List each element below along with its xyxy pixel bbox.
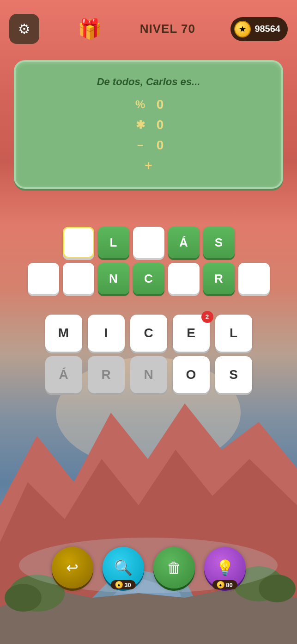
hint-cost-coin: ● xyxy=(217,581,224,588)
letter-btn-M[interactable]: M xyxy=(45,315,82,352)
letter-btn-S[interactable]: S xyxy=(215,356,252,393)
letter-btn-C[interactable]: C xyxy=(130,315,167,352)
badge-E: 2 xyxy=(201,311,213,323)
stat-row-star: ✱ 0 xyxy=(133,118,164,132)
letter-btn-row-1: M I C E 2 L xyxy=(45,315,252,352)
hint-cost: ● 80 xyxy=(212,580,237,589)
letter-btn-L[interactable]: L xyxy=(215,315,252,352)
tile-r2-5[interactable]: R xyxy=(203,263,235,294)
letter-btn-O[interactable]: O xyxy=(173,356,210,393)
search-button[interactable]: 🔍 ● 30 xyxy=(103,547,144,588)
stat-symbol-plus: + xyxy=(145,158,152,173)
coins-value: 98564 xyxy=(255,24,280,34)
letter-btn-R[interactable]: R xyxy=(88,356,125,393)
search-cost-value: 30 xyxy=(124,582,131,588)
hint-cost-value: 80 xyxy=(226,582,232,588)
stat-symbol-percent: % xyxy=(133,98,147,111)
word-grid-section: L Á S N C R xyxy=(0,227,297,294)
tile-r1-2[interactable] xyxy=(133,227,164,258)
search-icon: 🔍 xyxy=(114,559,133,576)
stat-symbol-star: ✱ xyxy=(133,118,147,131)
stat-value-percent: 0 xyxy=(157,97,164,112)
action-buttons: ↩ 🔍 ● 30 🗑 💡 ● 80 xyxy=(0,547,297,588)
letter-btn-I[interactable]: I xyxy=(88,315,125,352)
word-row-1: L Á S xyxy=(63,227,235,258)
header: ⚙ 🎁 NIVEL 70 ★ 98564 xyxy=(0,14,297,44)
tile-r2-6[interactable] xyxy=(238,263,270,294)
delete-button[interactable]: 🗑 xyxy=(153,547,195,588)
settings-icon: ⚙ xyxy=(18,21,30,37)
search-cost: ● 30 xyxy=(110,580,135,589)
tile-r2-1[interactable] xyxy=(63,263,94,294)
tile-r1-3[interactable]: Á xyxy=(168,227,200,258)
stat-row-minus: − 0 xyxy=(133,138,164,153)
stat-value-star: 0 xyxy=(157,118,164,132)
stat-row-percent: % 0 xyxy=(133,97,164,112)
tile-r2-3[interactable]: C xyxy=(133,263,164,294)
tile-r1-0[interactable] xyxy=(63,227,94,258)
hint-button[interactable]: 💡 ● 80 xyxy=(204,547,246,588)
settings-button[interactable]: ⚙ xyxy=(9,14,39,44)
stat-row-plus: + xyxy=(145,158,152,173)
tile-r2-2[interactable]: N xyxy=(98,263,129,294)
search-cost-coin: ● xyxy=(115,581,122,588)
letter-buttons-section: M I C E 2 L Á R N O S xyxy=(0,315,297,393)
gift-button[interactable]: 🎁 xyxy=(74,14,104,44)
coin-icon: ★ xyxy=(234,21,251,37)
gift-icon: 🎁 xyxy=(78,18,102,40)
coins-display: ★ 98564 xyxy=(230,17,288,41)
letter-btn-row-2: Á R N O S xyxy=(45,356,252,393)
clue-card: De todos, Carlos es... % 0 ✱ 0 − 0 + xyxy=(14,60,283,189)
tile-r1-1[interactable]: L xyxy=(98,227,129,258)
delete-icon: 🗑 xyxy=(167,559,182,576)
hint-icon: 💡 xyxy=(216,559,234,576)
stat-value-minus: 0 xyxy=(157,138,164,153)
tile-r2-4[interactable] xyxy=(168,263,200,294)
tile-r2-0[interactable] xyxy=(28,263,59,294)
word-row-2: N C R xyxy=(28,263,270,294)
clue-text: De todos, Carlos es... xyxy=(34,76,263,88)
tile-r1-4[interactable]: S xyxy=(203,227,235,258)
undo-button[interactable]: ↩ xyxy=(52,547,93,588)
undo-icon: ↩ xyxy=(66,559,79,576)
letter-btn-A[interactable]: Á xyxy=(45,356,82,393)
level-title: NIVEL 70 xyxy=(140,22,195,36)
stat-symbol-minus: − xyxy=(133,139,147,152)
letter-btn-N[interactable]: N xyxy=(130,356,167,393)
clue-stats: % 0 ✱ 0 − 0 + xyxy=(34,97,263,173)
letter-btn-E[interactable]: E 2 xyxy=(173,315,210,352)
